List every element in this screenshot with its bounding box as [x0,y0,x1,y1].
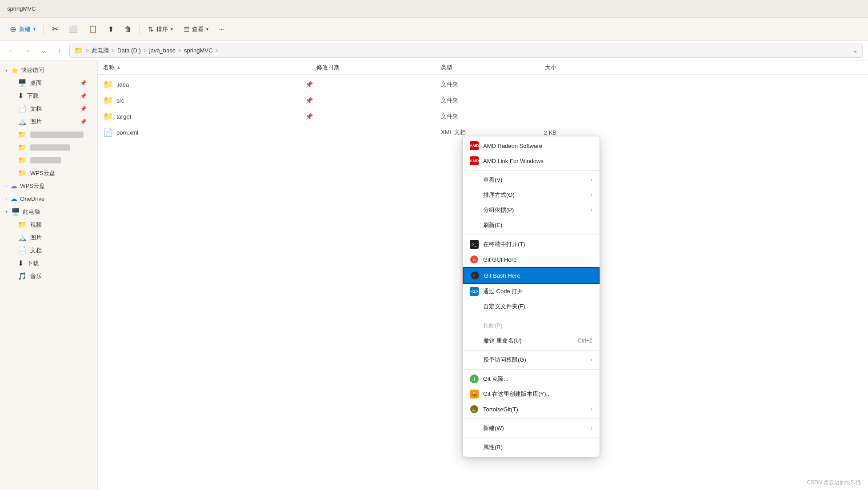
ctx-item-amd-link[interactable]: AMD AMD Link For Windows [463,153,600,168]
file-item-target[interactable]: 📁 target 📌 文件夹 [98,108,868,124]
ctx-item-access[interactable]: 授予访问权限(G) › [463,352,600,367]
folder-icon-idea: 📁 [103,80,113,89]
col-type-header[interactable]: 类型 [441,64,512,72]
ctx-item-amd-radeon[interactable]: AMD AMD Radeon Software [463,138,600,153]
sidebar-item-downloads[interactable]: ⬇ 下载 📌 [2,89,96,102]
new-ctx-icon [470,424,479,433]
ctx-item-git-clone[interactable]: ⬇ Git 克隆... [463,371,600,386]
pin-idea: 📌 [305,81,313,88]
sort-button[interactable]: ⇅ 排序 ▾ [144,23,177,36]
more-icon: ··· [219,26,224,32]
blurred-1-label [30,131,84,138]
ctx-sep-7 [463,438,600,438]
git-repo-label: Git 在这里创建版本库(Y)... [483,390,592,398]
breadcrumb-drive[interactable]: Data (D:) [117,47,141,54]
title-bar-text: springMVC [7,5,36,12]
sidebar-item-blurred-2[interactable]: 📁 [2,141,96,154]
sidebar-item-pc-documents[interactable]: 📄 文档 [2,244,96,257]
paste-button[interactable]: 📋 [84,22,102,36]
amd-link-label: AMD Link For Windows [483,158,592,164]
ctx-item-group[interactable]: 分组依据(P) › [463,203,600,218]
trash-button[interactable]: 🗑 [120,23,136,36]
tortoise-ctx-icon: 🐢 [470,405,479,414]
sidebar-item-documents[interactable]: 📄 文档 📌 [2,102,96,115]
file-type-target: 文件夹 [441,112,512,120]
dropdown-button[interactable]: ⌄ [37,44,50,57]
file-item-idea[interactable]: 📁 .idea 📌 文件夹 [98,76,868,92]
pc-documents-label: 文档 [30,247,90,255]
ctx-item-view[interactable]: 查看(V) › [463,172,600,187]
new-button[interactable]: ⊕ 新建 ▾ [5,22,40,37]
sidebar-group-onedrive[interactable]: › ☁ OneDrive [0,192,97,205]
sort-arrow: ▾ [171,27,173,32]
ctx-item-refresh[interactable]: 刷新(E) [463,218,600,233]
sort-asc-icon: ▲ [116,65,121,70]
sidebar-item-work[interactable]: 📁 WPS云盘 [2,167,96,179]
col-size-header[interactable]: 大小 [512,64,556,72]
customize-ctx-label: 自定义文件夹(F)... [483,303,592,311]
sort-ctx-icon [470,191,479,199]
undo-ctx-icon [470,336,479,345]
share-button[interactable]: ⬆ [104,22,118,36]
sidebar-item-videos[interactable]: 📁 视频 [2,218,96,231]
forward-button[interactable]: → [21,44,34,57]
more-button[interactable]: ··· [215,23,228,35]
sidebar-group-quick-access[interactable]: ▾ ⭐ 快速访问 [0,64,97,76]
view-ctx-arrow: › [591,177,592,183]
up-button[interactable]: ↑ [53,44,66,57]
ctx-item-new[interactable]: 新建(W) › [463,421,600,436]
paste-ctx-label: 粘贴(P) [483,322,592,330]
view-button[interactable]: ☰ 查看 ▾ [179,23,213,36]
sidebar-item-pc-downloads[interactable]: ⬇ 下载 [2,257,96,270]
file-type-src: 文件夹 [441,96,512,104]
sidebar-item-desktop[interactable]: 🖥️ 桌面 📌 [2,76,96,89]
sidebar-group-this-pc[interactable]: ▾ 🖥️ 此电脑 [0,205,97,218]
git-clone-ctx-icon: ⬇ [470,374,479,383]
documents-label: 文档 [30,105,76,113]
ctx-item-git-repo[interactable]: 📦 Git 在这里创建版本库(Y)... [463,386,600,402]
col-name-header[interactable]: 名称 ▲ [103,64,316,72]
main-layout: ▾ ⭐ 快速访问 🖥️ 桌面 📌 ⬇ 下载 📌 📄 文档 📌 🏔️ 图片 📌 [0,60,868,490]
file-name-src: 📁 src 📌 [103,96,316,105]
ctx-item-customize[interactable]: 自定义文件夹(F)... [463,299,600,314]
git-gui-ctx-icon: G [470,255,479,264]
sidebar-group-wps[interactable]: › ☁ WPS云盘 [0,179,97,192]
sidebar-item-pc-pictures[interactable]: 🏔️ 图片 [2,231,96,244]
access-ctx-arrow: › [591,357,592,363]
ctx-item-git-bash[interactable]: $_ Git Bash Here [463,267,600,284]
properties-label: 属性(R) [483,443,592,451]
toolbar-sep-1 [44,24,44,35]
breadcrumb-this-pc[interactable]: 此电脑 [92,47,109,55]
sidebar-item-blurred-3[interactable]: 📁 [2,154,96,167]
sidebar-item-pictures[interactable]: 🏔️ 图片 📌 [2,115,96,128]
onedrive-icon: ☁ [10,195,17,203]
sidebar-item-music[interactable]: 🎵 音乐 [2,270,96,283]
breadcrumb[interactable]: 📁 > 此电脑 > Data (D:) > java_base > spring… [69,44,863,58]
breadcrumb-folder-icon: 📁 [74,46,83,55]
ctx-item-terminal[interactable]: >_ 在终端中打开(T) [463,237,600,252]
file-size-pom: 2 KB [512,129,556,136]
new-label: 新建 [19,25,31,33]
blurred-3-label [30,157,61,163]
ctx-item-tortoise[interactable]: 🐢 TortoiseGit(T) › [463,402,600,417]
onedrive-expand-icon: › [5,196,7,201]
cut-button[interactable]: ✂ [48,22,63,36]
work-icon: 📁 [18,169,27,177]
ctx-item-git-gui[interactable]: G Git GUI Here [463,252,600,267]
breadcrumb-dropdown-icon[interactable]: ⌄ [853,47,858,54]
ctx-item-properties[interactable]: 属性(R) [463,440,600,455]
ctx-item-vscode[interactable]: </> 通过 Code 打开 [463,284,600,299]
file-item-src[interactable]: 📁 src 📌 文件夹 [98,92,868,108]
ctx-item-sort[interactable]: 排序方式(O) › [463,187,600,203]
share-icon: ⬆ [108,25,114,33]
svg-text:🐢: 🐢 [472,407,476,412]
back-button[interactable]: ← [5,44,18,57]
terminal-ctx-icon: >_ [470,240,479,249]
sidebar-item-blurred-1[interactable]: 📁 [2,128,96,141]
breadcrumb-springmvc[interactable]: springMVC [184,47,212,54]
ctx-item-undo-rename[interactable]: 撤销 重命名(U) Ctrl+Z [463,333,600,348]
col-date-header[interactable]: 修改日期 [316,64,441,72]
copy-button[interactable]: ⬜ [64,22,82,36]
videos-icon: 📁 [18,220,27,229]
breadcrumb-java-base[interactable]: java_base [149,47,176,54]
